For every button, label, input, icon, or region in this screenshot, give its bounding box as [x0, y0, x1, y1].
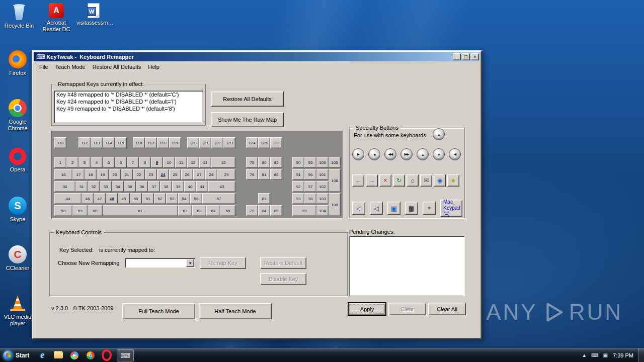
key-button[interactable]: 36 [136, 181, 148, 192]
key-button[interactable]: 125 [258, 137, 270, 148]
key-button[interactable]: 19 [97, 169, 109, 180]
key-button[interactable]: 65 [220, 205, 235, 216]
key-button[interactable]: 93 [292, 193, 304, 204]
volume-down-button[interactable]: ▼ [433, 148, 445, 160]
menu-item[interactable]: Teach Mode [52, 63, 89, 71]
restore-default-button[interactable]: Restore Default [260, 257, 306, 269]
key-button[interactable]: 37 [148, 181, 160, 192]
stop-media-button[interactable]: ■ [368, 148, 380, 160]
desktop-icon-document[interactable]: visitassessm… [76, 3, 111, 33]
key-button[interactable]: 63 [192, 205, 206, 216]
key-button[interactable]: 103 [316, 193, 329, 204]
key-button[interactable]: 3 [78, 157, 91, 168]
key-button[interactable]: 61 [103, 205, 178, 216]
mac-keypad-button[interactable]: Mac Keypad (=) [440, 200, 462, 217]
key-button[interactable]: 76 [246, 169, 258, 180]
maximize-button[interactable]: □ [462, 53, 470, 60]
remapped-key-entry[interactable]: Key #9 remapped to '* DISABLED *' (defau… [54, 105, 203, 112]
desktop-icon-acrobat-reader[interactable]: Acrobat Reader DC [39, 3, 73, 33]
minimize-button[interactable]: _ [453, 53, 461, 60]
key-button[interactable]: 50 [130, 193, 142, 204]
key-button[interactable]: 1 [54, 157, 66, 168]
desktop-icon-opera[interactable]: Opera [2, 148, 34, 197]
taskbar-opera[interactable] [99, 349, 115, 362]
key-button[interactable]: 29 [217, 169, 235, 180]
key-button[interactable]: 115 [115, 137, 127, 148]
rewind-button[interactable]: ◀◀ [384, 148, 396, 160]
key-button[interactable]: 9 [151, 157, 163, 168]
key-button[interactable]: 41 [196, 181, 208, 192]
key-button[interactable]: 17 [72, 169, 85, 180]
key-button[interactable]: 2 [66, 157, 78, 168]
key-button[interactable]: 44 [54, 193, 82, 204]
key-button[interactable]: 16 [54, 169, 72, 180]
key-button[interactable]: 57 [202, 193, 235, 204]
key-button[interactable]: 28 [205, 169, 217, 180]
key-button[interactable]: 33 [100, 181, 112, 192]
key-button[interactable]: 6 [115, 157, 127, 168]
key-button[interactable]: 116 [133, 137, 145, 148]
clear-all-button[interactable]: Clear All [428, 303, 466, 315]
tray-keyboard-icon[interactable]: ⌨ [591, 352, 598, 358]
key-button[interactable]: 8 [139, 157, 151, 168]
key-button[interactable]: 92 [292, 181, 304, 192]
key-button[interactable]: 113 [91, 137, 103, 148]
key-button[interactable]: 55 [190, 193, 202, 204]
speaker-volume-button[interactable]: ◁ [370, 202, 383, 215]
key-button[interactable]: 7 [127, 157, 139, 168]
key-button[interactable]: 51 [142, 193, 154, 204]
play-button[interactable]: ▶ [352, 148, 364, 160]
key-button[interactable]: 79 [246, 205, 258, 216]
key-button[interactable]: 24 [157, 169, 169, 180]
start-button[interactable]: Start [0, 348, 34, 362]
key-button[interactable]: 106 [329, 169, 341, 192]
taskbar-internet-explorer[interactable] [34, 349, 50, 362]
favorites-button[interactable]: ★ [447, 174, 459, 187]
key-button[interactable]: 59 [72, 205, 88, 216]
desktop-icon-firefox[interactable]: Firefox [2, 50, 34, 99]
desktop-icon-skype[interactable]: Skype [2, 197, 34, 245]
key-button[interactable]: 20 [109, 169, 121, 180]
key-button[interactable]: 12 [187, 157, 199, 168]
key-button[interactable]: 102 [316, 181, 329, 192]
key-button[interactable]: 80 [258, 157, 270, 168]
key-button[interactable]: 105 [329, 157, 341, 168]
remapped-key-entry[interactable]: Key #24 remapped to '* DISABLED *' (defa… [54, 98, 203, 105]
desktop-icon-recycle-bin[interactable]: Recycle Bin [2, 3, 36, 33]
key-button[interactable]: 13 [199, 157, 211, 168]
menu-item[interactable]: Help [144, 63, 163, 71]
taskbar-clock[interactable]: 7:39 PM [613, 352, 633, 358]
tray-network-icon[interactable]: ▣ [603, 352, 608, 358]
desktop-icon-ccleaner[interactable]: CCleaner [2, 245, 34, 294]
key-button[interactable]: 114 [103, 137, 115, 148]
key-button[interactable]: 52 [154, 193, 166, 204]
key-button[interactable]: 54 [178, 193, 190, 204]
key-button[interactable]: 18 [85, 169, 97, 180]
full-teach-mode-button[interactable]: Full Teach Mode [122, 303, 195, 319]
key-button[interactable]: 64 [206, 205, 220, 216]
key-button[interactable]: 122 [211, 137, 223, 148]
key-button[interactable]: 53 [166, 193, 178, 204]
key-button[interactable]: 85 [270, 157, 282, 168]
menu-item[interactable]: File [36, 63, 52, 71]
key-button[interactable]: 98 [304, 193, 316, 204]
pending-changes-listbox[interactable] [349, 236, 465, 296]
key-button[interactable]: 5 [103, 157, 115, 168]
key-button[interactable]: 112 [78, 137, 91, 148]
key-button[interactable]: 60 [88, 205, 103, 216]
remapped-key-entry[interactable]: Key #48 remapped to '* DISABLED *' (defa… [54, 91, 203, 98]
remapped-keys-listbox[interactable]: Key #48 remapped to '* DISABLED *' (defa… [54, 90, 203, 123]
key-button[interactable]: 27 [193, 169, 205, 180]
key-button[interactable]: 124 [246, 137, 258, 148]
key-button[interactable]: 118 [157, 137, 169, 148]
key-button[interactable]: 75 [246, 157, 258, 168]
key-button[interactable]: 38 [160, 181, 172, 192]
key-button[interactable]: 4 [91, 157, 103, 168]
forward-button[interactable]: → [366, 174, 378, 187]
title-bar[interactable]: ⌨ KeyTweak - Keyboard Remapper _ □ × [34, 52, 480, 61]
half-teach-mode-button[interactable]: Half Teach Mode [199, 303, 272, 319]
key-button[interactable]: 117 [145, 137, 157, 148]
refresh-button[interactable]: ↻ [393, 174, 405, 187]
key-button[interactable]: 86 [270, 169, 282, 180]
eject-button[interactable]: ▲ [433, 128, 445, 140]
